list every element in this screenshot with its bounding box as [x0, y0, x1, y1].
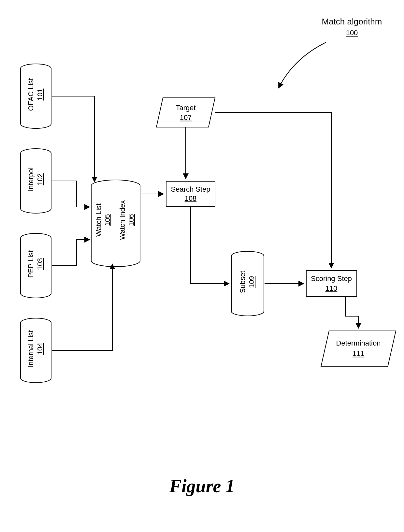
pep-ref: 103	[36, 258, 44, 270]
internal-label: Internal List	[27, 330, 35, 367]
arrow-interpol-watchlist	[52, 181, 90, 207]
arrow-scoring-determination	[345, 297, 358, 328]
scoring-step-box: Scoring Step 110	[306, 271, 357, 297]
arrow-pep-watchlist	[52, 240, 90, 266]
cylinder-internal: Internal List 104	[21, 318, 51, 383]
scoring-label: Scoring Step	[311, 274, 352, 283]
cylinder-subset: Subset 109	[231, 251, 264, 316]
watchlist-label2: Watch Index	[118, 200, 126, 240]
arrow-ofac-watchlist	[52, 96, 94, 182]
subset-label: Subset	[238, 271, 247, 293]
title-block: Match algorithm 100	[322, 17, 382, 37]
pep-label: PEP List	[27, 250, 35, 278]
arrow-target-scoring	[215, 112, 331, 268]
watchlist-ref1: 105	[103, 214, 111, 226]
arrow-internal-watchlist	[52, 264, 112, 350]
determination-shape: Determination 111	[321, 331, 396, 367]
determination-ref: 111	[353, 349, 365, 358]
cylinder-ofac: OFAC List 101	[21, 64, 51, 128]
title-pointer	[279, 42, 326, 88]
arrow-search-subset	[191, 207, 229, 284]
cylinder-watchlist: Watch List 105 Watch Index 106	[91, 180, 140, 267]
internal-ref: 104	[36, 343, 44, 355]
cylinder-interpol: Interpol 102	[21, 149, 51, 213]
target-label: Target	[176, 104, 195, 112]
watchlist-ref2: 106	[127, 214, 135, 226]
watchlist-label1: Watch List	[94, 203, 103, 237]
subset-ref: 109	[248, 276, 256, 288]
determination-label: Determination	[336, 339, 381, 347]
search-ref: 108	[185, 194, 197, 202]
figure-caption: Figure 1	[169, 476, 235, 496]
scoring-ref: 110	[325, 284, 338, 292]
diagram-canvas: Match algorithm 100 OFAC List 101 Interp…	[0, 0, 404, 532]
ofac-ref: 101	[36, 89, 44, 101]
ofac-label: OFAC List	[27, 78, 35, 111]
target-ref: 107	[180, 113, 192, 122]
search-label: Search Step	[171, 185, 210, 193]
interpol-ref: 102	[36, 173, 44, 185]
search-step-box: Search Step 108	[166, 181, 215, 207]
title-text: Match algorithm	[322, 17, 382, 26]
target-shape: Target 107	[156, 98, 215, 127]
interpol-label: Interpol	[27, 167, 35, 191]
title-ref: 100	[346, 29, 358, 37]
cylinder-pep: PEP List 103	[21, 233, 51, 298]
